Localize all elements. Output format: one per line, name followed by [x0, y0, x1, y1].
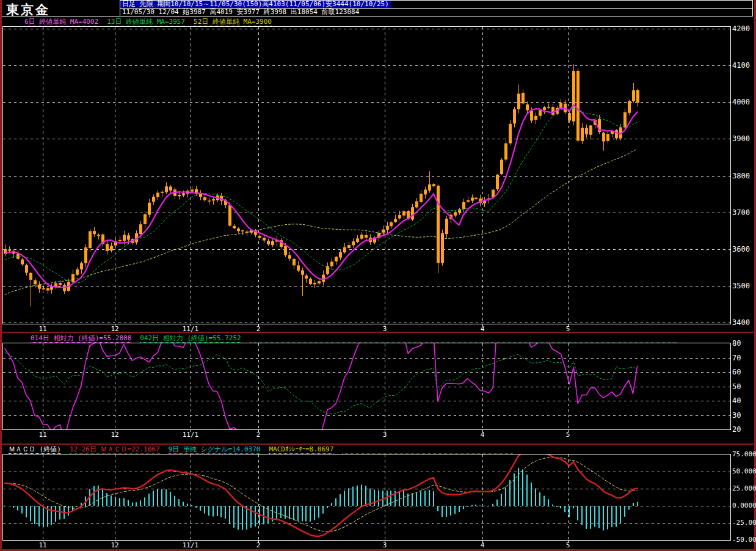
header-bottom-rule [2, 16, 753, 16]
macd-legend: ＭＡＣＤ (終値)12-26日 ＭＡＣＤ=22.10679日 単純 シグナル=1… [9, 445, 513, 454]
x-axis-tick [43, 324, 43, 326]
x-axis-label: 11 [32, 542, 53, 549]
x-axis-tick [568, 324, 569, 326]
x-axis-tick [482, 540, 483, 542]
legend-item: 6日 終値単純 MA=4002 [24, 18, 98, 26]
x-axis-tick [191, 540, 191, 542]
main-chart-canvas[interactable] [3, 27, 730, 324]
period-info-bar: 日足 先限 期間10/10/15～11/05/30(150)高4103(11/0… [120, 1, 391, 8]
x-axis-tick [568, 429, 569, 432]
window-frame-left [0, 0, 2, 551]
x-axis-label: 2 [248, 431, 269, 438]
y-axis-label: 4200 [732, 25, 750, 32]
legend-item: 13日 終値単純 MA=3957 [107, 18, 185, 26]
rsi-canvas[interactable] [3, 343, 730, 429]
x-axis-label: 5 [558, 542, 578, 549]
y-axis-label: 70 [732, 354, 741, 362]
legend-underline-trail [250, 334, 677, 343]
legend-item: MACDｵｼﾚｰﾀｰ=8.0697 [269, 445, 333, 454]
x-axis-label: 12 [104, 431, 125, 438]
y-axis-label: 3400 [732, 319, 750, 326]
y-axis-label: 20 [732, 426, 741, 433]
x-axis-label: 12 [104, 542, 125, 549]
x-axis-tick [385, 324, 385, 326]
y-axis-label: 3600 [732, 246, 750, 253]
x-axis-label: 4 [472, 431, 493, 438]
x-axis-tick [258, 540, 259, 542]
x-axis-tick [482, 429, 483, 432]
y-axis-label: 25.0000 [732, 485, 756, 492]
x-axis-tick [385, 429, 385, 432]
x-axis-label: 5 [558, 326, 578, 332]
legend-item: 52日 終値単純 MA=3900 [194, 18, 272, 26]
x-axis-tick [191, 324, 191, 326]
x-axis-label: 5 [558, 431, 578, 438]
x-axis-label: 4 [472, 542, 493, 549]
x-axis-label: 11 [32, 326, 53, 332]
y-axis-label: 50 [732, 383, 741, 390]
y-axis-label: 40 [732, 397, 741, 404]
y-axis-label: -25.0000 [732, 519, 756, 527]
y-axis-label: 3700 [732, 209, 750, 216]
x-axis-label: 11/1 [180, 542, 201, 549]
legend-item: 9日 単純 シグナル=14.0370 [169, 445, 261, 454]
x-axis-tick [43, 429, 43, 432]
legend-item: 042日 相対力 (終値)=55.7252 [140, 334, 241, 343]
y-axis-label: 4000 [732, 98, 750, 106]
y-axis-label: 3500 [732, 282, 750, 290]
quote-line: 11/05/30 12/04 始3987 高4019 安3977 終3998 出… [122, 9, 359, 16]
x-axis-label: 4 [472, 326, 493, 332]
header-right-divider [752, 0, 753, 16]
y-axis-label: 3800 [732, 172, 750, 180]
x-axis-label: 11/1 [180, 326, 201, 332]
x-axis-label: 11/1 [180, 431, 201, 438]
y-axis-label: 75.0000 [732, 451, 756, 458]
x-axis-label: 3 [374, 431, 395, 438]
rsi-pane [2, 343, 731, 430]
ma-legend: 6日 終値単純 MA=400213日 終値単純 MA=395752日 終値単純 … [24, 18, 272, 26]
y-axis-label: 60 [732, 368, 741, 376]
y-axis-label: 4100 [732, 62, 750, 69]
y-axis-label: 50.0000 [732, 468, 756, 475]
y-axis-label: -50.0000 [732, 536, 756, 544]
y-axis-label: 80 [732, 340, 741, 347]
x-axis-tick [115, 324, 115, 326]
x-axis-tick [385, 540, 385, 542]
legend-item: ＭＡＣＤ (終値) [9, 445, 61, 454]
x-axis-tick [43, 540, 43, 542]
x-axis-label: 2 [248, 542, 269, 549]
x-axis-label: 3 [374, 326, 395, 332]
x-axis-label: 2 [248, 326, 269, 332]
x-axis-tick [568, 540, 569, 542]
y-axis-label: 30 [732, 412, 741, 419]
main-chart-pane [2, 26, 731, 324]
macd-pane [2, 454, 731, 541]
y-axis-label: 0.0000 [732, 502, 756, 509]
instrument-title: 東京金 [6, 1, 50, 18]
x-axis-tick [258, 324, 259, 326]
x-axis-tick [191, 429, 191, 432]
legend-item: 12-26日 ＭＡＣＤ=22.1067 [70, 445, 160, 454]
x-axis-label: 11 [32, 431, 53, 438]
x-axis-tick [115, 540, 115, 542]
macd-canvas[interactable] [3, 454, 730, 540]
x-axis-label: 3 [374, 542, 395, 549]
pane-separator-2 [0, 443, 756, 445]
legend-item: 014日 相対力 (終値)=55.2808 [31, 334, 131, 343]
x-axis-tick [115, 429, 115, 432]
legend-underline-trail [342, 445, 513, 454]
x-axis-label: 12 [104, 326, 125, 332]
x-axis-tick [482, 324, 483, 326]
y-axis-label: 3900 [732, 135, 750, 142]
x-axis-tick [258, 429, 259, 432]
rsi-legend: 014日 相対力 (終値)=55.2808042日 相対力 (終値)=55.72… [31, 334, 677, 343]
